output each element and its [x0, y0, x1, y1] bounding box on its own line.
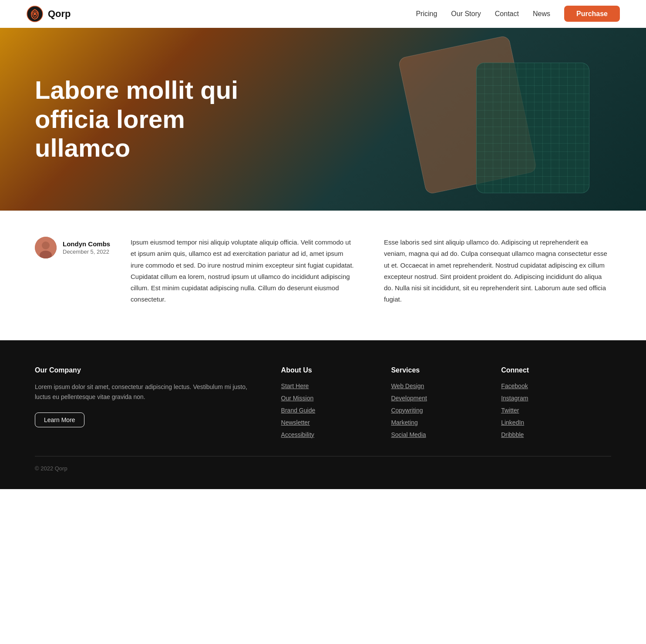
- logo-icon: [26, 5, 44, 23]
- footer-link-brand-guide[interactable]: Brand Guide: [281, 407, 316, 414]
- author-date: December 5, 2022: [63, 248, 110, 255]
- footer-top: Our Company Lorem ipsum dolor sit amet, …: [35, 366, 611, 439]
- author-column: Londyn Combs December 5, 2022: [35, 237, 131, 305]
- footer-link-linkedin[interactable]: LinkedIn: [501, 419, 524, 426]
- footer-link-start-here[interactable]: Start Here: [281, 382, 309, 389]
- nav-links: Pricing Our Story Contact News Purchase: [416, 10, 620, 18]
- footer-link-newsletter[interactable]: Newsletter: [281, 419, 310, 426]
- footer-link-accessibility[interactable]: Accessibility: [281, 431, 314, 438]
- footer-bottom: © 2022 Qorp: [35, 456, 611, 472]
- footer-link-web-design[interactable]: Web Design: [391, 382, 424, 389]
- footer-link-facebook[interactable]: Facebook: [501, 382, 528, 389]
- footer-services-heading: Services: [391, 366, 501, 374]
- purchase-button[interactable]: Purchase: [564, 6, 620, 22]
- footer-link-our-mission[interactable]: Our Mission: [281, 395, 314, 402]
- author-name: Londyn Combs: [63, 240, 110, 248]
- footer-link-twitter[interactable]: Twitter: [501, 407, 519, 414]
- svg-point-1: [34, 13, 36, 15]
- nav-pricing[interactable]: Pricing: [416, 10, 437, 17]
- footer-company-desc: Lorem ipsum dolor sit amet, consectetur …: [35, 382, 255, 402]
- svg-point-3: [42, 242, 50, 249]
- footer-link-marketing[interactable]: Marketing: [391, 419, 417, 426]
- footer-connect-column: Connect Facebook Instagram Twitter Linke…: [501, 366, 611, 439]
- article-paragraph-1: Ipsum eiusmod tempor nisi aliquip volupt…: [131, 237, 358, 305]
- footer-link-development[interactable]: Development: [391, 395, 427, 402]
- footer-services-links: Web Design Development Copywriting Marke…: [391, 382, 501, 439]
- article-paragraph-2: Esse laboris sed sint aliquip ullamco do…: [384, 237, 611, 305]
- nav-contact[interactable]: Contact: [495, 10, 519, 17]
- hero-card-decoration-2: [476, 63, 589, 193]
- footer-link-instagram[interactable]: Instagram: [501, 395, 528, 402]
- hero-title: Labore mollit qui officia lorem ullamco: [35, 76, 279, 163]
- nav-news[interactable]: News: [533, 10, 550, 17]
- footer-company-heading: Our Company: [35, 366, 255, 374]
- hero-card-grid: [477, 63, 589, 193]
- navbar: Qorp Pricing Our Story Contact News Purc…: [0, 0, 646, 28]
- footer-about-heading: About Us: [281, 366, 391, 374]
- avatar: [35, 237, 57, 258]
- nav-our-story[interactable]: Our Story: [451, 10, 481, 17]
- footer-about-links: Start Here Our Mission Brand Guide Newsl…: [281, 382, 391, 439]
- footer-link-dribbble[interactable]: Dribbble: [501, 431, 524, 438]
- footer-services-column: Services Web Design Development Copywrit…: [391, 366, 501, 439]
- footer: Our Company Lorem ipsum dolor sit amet, …: [0, 340, 646, 489]
- footer-company-column: Our Company Lorem ipsum dolor sit amet, …: [35, 366, 281, 439]
- footer-connect-heading: Connect: [501, 366, 611, 374]
- footer-link-social-media[interactable]: Social Media: [391, 431, 426, 438]
- footer-about-column: About Us Start Here Our Mission Brand Gu…: [281, 366, 391, 439]
- article-content: Ipsum eiusmod tempor nisi aliquip volupt…: [131, 237, 611, 305]
- footer-learn-more-button[interactable]: Learn More: [35, 413, 84, 427]
- footer-connect-links: Facebook Instagram Twitter LinkedIn Drib…: [501, 382, 611, 439]
- logo-text: Qorp: [48, 8, 71, 20]
- footer-link-copywriting[interactable]: Copywriting: [391, 407, 423, 414]
- avatar-image: [35, 237, 57, 258]
- author-info: Londyn Combs December 5, 2022: [35, 237, 131, 258]
- hero-section: Labore mollit qui officia lorem ullamco: [0, 28, 646, 211]
- copyright-text: © 2022 Qorp: [35, 465, 67, 472]
- article-section: Londyn Combs December 5, 2022 Ipsum eius…: [0, 211, 646, 340]
- author-details: Londyn Combs December 5, 2022: [63, 240, 110, 255]
- logo-link[interactable]: Qorp: [26, 5, 71, 23]
